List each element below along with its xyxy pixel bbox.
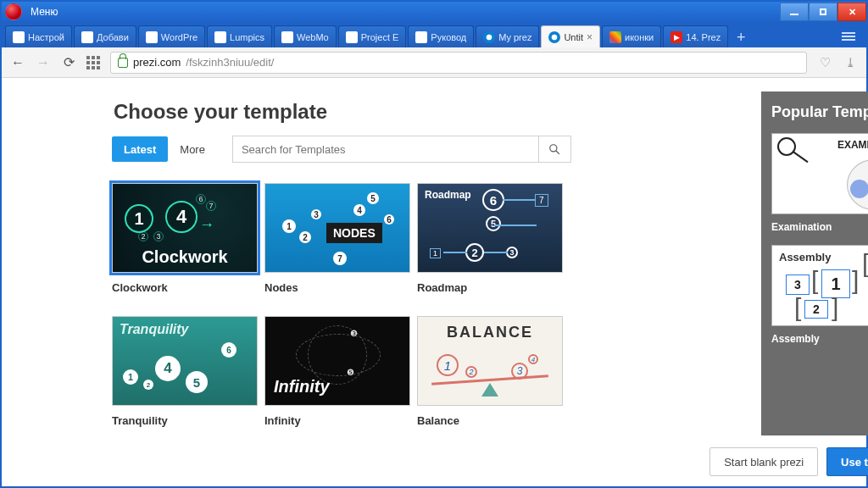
template-caption: Infinity	[264, 414, 410, 427]
tab-close-icon[interactable]: ×	[587, 31, 593, 43]
tabs-menu-button[interactable]	[834, 25, 863, 47]
thumb-title: BALANCE	[418, 324, 562, 341]
magnifier-icon	[777, 137, 796, 156]
maximize-button[interactable]	[809, 3, 837, 21]
tab-label: WebMo	[297, 32, 329, 42]
start-blank-button[interactable]: Start blank prezi	[709, 447, 818, 476]
tab-item[interactable]: Добави	[74, 25, 136, 47]
tab-item[interactable]: Руковод	[408, 25, 474, 47]
tab-label: Добави	[97, 32, 129, 42]
thumb-title: Infinity	[274, 377, 330, 396]
favicon-icon	[548, 31, 560, 43]
address-bar[interactable]: prezi.com/fskzinh3niuu/edit/	[110, 52, 807, 74]
url-path: /fskzinh3niuu/edit/	[186, 56, 274, 69]
tab-label: WordPre	[161, 32, 198, 42]
template-thumb: ❸ ❺ Infinity	[264, 316, 410, 406]
template-card-clockwork[interactable]: 14 6 7 2 3 → Clockwork Clockwork	[112, 183, 258, 294]
use-template-button[interactable]: Use template	[826, 447, 868, 476]
favicon-icon	[609, 31, 621, 43]
filter-latest[interactable]: Latest	[112, 136, 168, 162]
favicon-icon	[13, 31, 25, 43]
template-thumb: EXAMINATION	[771, 133, 868, 214]
sidebar-caption: Examination	[771, 221, 868, 233]
tab-item[interactable]: ▶14. Prez	[663, 25, 728, 47]
search-input[interactable]	[233, 143, 538, 156]
tab-item[interactable]: Lumpics	[207, 25, 272, 47]
downloads-button[interactable]: ⤓	[843, 55, 858, 70]
sidebar-card-examination[interactable]: EXAMINATION Examination	[771, 133, 868, 233]
reload-button[interactable]: ⟳	[61, 55, 76, 70]
favicon-icon	[415, 31, 427, 43]
tab-label: Untit	[564, 32, 583, 42]
favicon-icon	[346, 31, 358, 43]
minimize-button[interactable]	[780, 3, 809, 21]
tab-item[interactable]: WordPre	[138, 25, 205, 47]
template-thumb: Assembly 31 452 [ ] [ ] [ ]	[771, 245, 868, 326]
dialog-footer: Start blank prezi Use template	[619, 447, 868, 476]
favicon-icon	[483, 31, 495, 43]
tab-strip: Настрой Добави WordPre Lumpics WebMo Pro…	[2, 22, 866, 47]
filter-more[interactable]: More	[168, 136, 217, 162]
popular-sidebar: Popular Templates EXAMINATION Examinatio…	[761, 92, 868, 435]
template-thumb: BALANCE 1 2 3 4	[417, 316, 563, 406]
menu-button[interactable]: Меню	[25, 6, 63, 18]
window-titlebar: Меню ✕	[2, 2, 866, 22]
sidebar-title: Popular Templates	[771, 103, 868, 121]
search-box	[232, 136, 571, 163]
filter-row: Latest More	[112, 136, 756, 163]
tab-label: Руковод	[431, 32, 466, 42]
page-content: Choose your template Latest More 14 6 7 …	[2, 78, 866, 486]
speed-dial-button[interactable]	[86, 56, 100, 69]
template-caption: Roadmap	[417, 281, 563, 294]
template-card-balance[interactable]: BALANCE 1 2 3 4 Balance	[417, 316, 563, 427]
sidebar-card-assembly[interactable]: Assembly 31 452 [ ] [ ] [ ] Assembly	[771, 245, 868, 345]
template-caption: Balance	[417, 414, 563, 427]
lock-icon	[118, 58, 128, 68]
back-button[interactable]: ←	[10, 55, 25, 70]
opera-icon	[5, 3, 22, 20]
favicon-icon	[281, 31, 293, 43]
bookmark-button[interactable]: ♡	[817, 55, 832, 70]
thumb-title: Tranquility	[120, 322, 189, 337]
template-caption: Nodes	[264, 281, 410, 294]
thumb-title: Assembly	[779, 251, 831, 263]
tab-label: Project E	[361, 32, 399, 42]
sidebar-caption: Assembly	[771, 333, 868, 345]
thumb-title: Clockwork	[113, 247, 257, 267]
new-tab-button[interactable]: +	[730, 27, 752, 47]
template-thumb: 1 2 3 4 5 6 7 NODES	[264, 183, 410, 273]
tab-label: Lumpics	[230, 32, 264, 42]
favicon-icon	[214, 31, 226, 43]
template-thumb: 14 6 7 2 3 → Clockwork	[112, 183, 258, 273]
thumb-title: EXAMINATION	[837, 139, 868, 151]
window-close-button[interactable]: ✕	[837, 3, 866, 21]
forward-button[interactable]: →	[36, 55, 51, 70]
tab-label: Настрой	[28, 32, 64, 42]
svg-line-1	[556, 151, 559, 154]
tab-label: 14. Prez	[686, 32, 721, 42]
template-card-tranquility[interactable]: Tranquility 1 4 5 6 2 Tranquility	[112, 316, 258, 427]
tab-item[interactable]: WebMo	[274, 25, 337, 47]
template-card-roadmap[interactable]: Roadmap 6 5 2 3 7 1 Roadmap	[417, 183, 563, 294]
tab-item-active[interactable]: Untit×	[541, 25, 600, 47]
tab-label: My prez	[498, 32, 531, 42]
tab-item[interactable]: Настрой	[5, 25, 72, 47]
thumb-title: NODES	[326, 223, 382, 243]
template-card-infinity[interactable]: ❸ ❺ Infinity Infinity	[264, 316, 410, 427]
tab-label: иконки	[625, 32, 654, 42]
tab-item[interactable]: иконки	[602, 25, 661, 47]
template-caption: Clockwork	[112, 281, 258, 294]
template-grid: 14 6 7 2 3 → Clockwork Clockwork 1 2 3 4…	[112, 183, 756, 427]
search-icon	[548, 143, 560, 155]
favicon-icon	[146, 31, 158, 43]
tab-item[interactable]: Project E	[338, 25, 407, 47]
url-host: prezi.com	[133, 56, 181, 69]
template-thumb: Roadmap 6 5 2 3 7 1	[417, 183, 563, 273]
thumb-title: Roadmap	[425, 189, 471, 201]
favicon-icon	[81, 31, 93, 43]
search-button[interactable]	[538, 136, 570, 162]
template-caption: Tranquility	[112, 414, 258, 427]
tab-item[interactable]: My prez	[476, 25, 539, 47]
dialog-heading: Choose your template	[112, 85, 756, 136]
template-card-nodes[interactable]: 1 2 3 4 5 6 7 NODES Nodes	[264, 183, 410, 294]
